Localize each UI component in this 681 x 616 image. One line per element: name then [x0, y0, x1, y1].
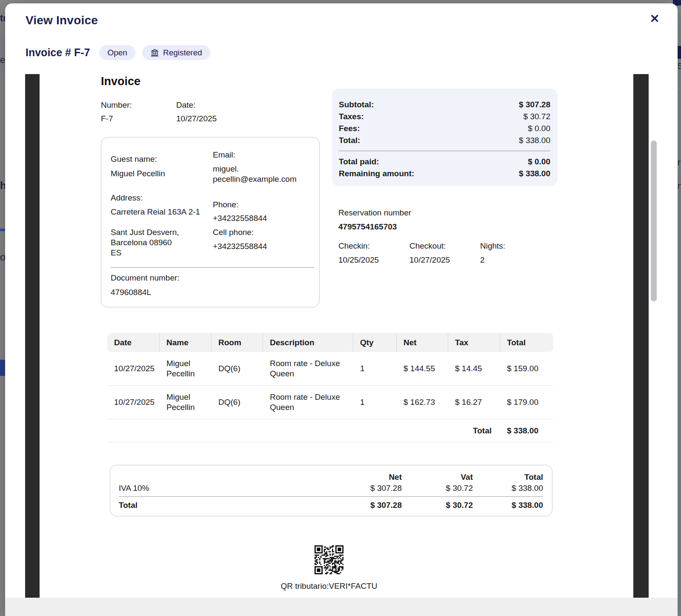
- email-value-line1: miguel.: [213, 164, 239, 174]
- cell-description: Room rate - Deluxe Queen: [263, 352, 353, 386]
- registered-badge-label: Registered: [163, 48, 202, 57]
- vat-total-total: $ 338.00: [473, 500, 543, 511]
- number-label: Number:: [101, 100, 132, 110]
- vat-total-header: Total: [473, 472, 543, 483]
- vat-rate-total: $ 338.00: [473, 483, 543, 494]
- invoice-page: Invoice Number: F-7 Date: 10/27/2025 Gue…: [40, 74, 633, 598]
- backdrop-blue-block: [0, 360, 5, 376]
- registered-badge: Registered: [142, 45, 210, 60]
- table-total-row: Total $ 338.00: [107, 419, 553, 442]
- remaining-row: Remaining amount: $ 338.00: [339, 168, 550, 180]
- vat-divider: [119, 496, 543, 497]
- date-label: Date:: [176, 100, 195, 110]
- table-total-value: $ 338.00: [500, 419, 553, 442]
- view-invoice-modal: View Invoice ✕ Invoice # F-7 Open Regist…: [5, 3, 678, 616]
- cell-description: Room rate - Deluxe Queen: [263, 386, 353, 419]
- number-value: F-7: [101, 114, 113, 123]
- col-header-name: Name: [160, 333, 212, 352]
- cell-date: 10/27/2025: [107, 352, 160, 386]
- backdrop-text-fragment: e: [0, 54, 5, 66]
- vat-rate-vat: $ 30.72: [402, 483, 473, 494]
- backdrop-text-fragment: n: [678, 181, 681, 191]
- nights-value: 2: [480, 255, 485, 265]
- remaining-label: Remaining amount:: [339, 168, 414, 180]
- col-header-tax: Tax: [448, 333, 500, 352]
- vat-total-vat: $ 30.72: [402, 500, 473, 511]
- backdrop-text-fragment: tr: [0, 13, 5, 24]
- col-header-room: Room: [212, 333, 263, 352]
- document-viewer: Invoice Number: F-7 Date: 10/27/2025 Gue…: [25, 74, 649, 598]
- modal-scrollbar-thumb[interactable]: [651, 140, 657, 301]
- invoice-number-heading: Invoice # F-7: [26, 46, 90, 59]
- total-label: Total:: [339, 135, 360, 146]
- cell-room: DQ(6): [212, 352, 263, 386]
- phone-label: Phone:: [213, 200, 238, 209]
- doc-title: Invoice: [101, 75, 140, 88]
- total-paid-value: $ 0.00: [528, 156, 550, 168]
- cell-total: $ 159.00: [500, 352, 553, 386]
- backdrop-blue-line: [0, 229, 5, 231]
- table-row: 10/27/2025 Miguel Pecellin DQ(6) Room ra…: [107, 386, 553, 419]
- checkout-value: 10/27/2025: [409, 255, 450, 265]
- totals-summary-box: Subtotal: $ 307.28 Taxes: $ 30.72 Fees: …: [332, 89, 558, 186]
- cell-qty: 1: [353, 386, 397, 419]
- cell-net: $ 162.73: [397, 386, 448, 419]
- vat-header-row: Net Vat Total: [119, 472, 543, 483]
- vat-rate-row: IVA 10% $ 307.28 $ 30.72 $ 338.00: [119, 483, 543, 494]
- reservation-number-label: Reservation number: [338, 208, 411, 218]
- fees-value: $ 0.00: [528, 123, 550, 135]
- cell-name: Miguel Pecellin: [160, 386, 212, 419]
- document-number-label: Document number:: [111, 273, 180, 283]
- totals-divider: [339, 151, 550, 151]
- qr-caption: QR tributario:VERI*FACTU: [269, 582, 389, 591]
- date-value: 10/27/2025: [176, 114, 217, 123]
- taxes-row: Taxes: $ 30.72: [339, 111, 550, 123]
- nights-label: Nights:: [480, 241, 505, 251]
- total-row: Total: $ 338.00: [339, 135, 550, 146]
- vat-total-row: Total $ 307.28 $ 30.72 $ 338.00: [119, 500, 543, 511]
- address-line3: Barcelona 08960: [111, 238, 172, 247]
- col-header-net: Net: [397, 333, 448, 352]
- guest-name-value: Miguel Pecellin: [111, 169, 165, 178]
- checkin-label: Checkin:: [338, 241, 370, 251]
- taxes-label: Taxes:: [339, 111, 364, 123]
- cell-total: $ 179.00: [500, 386, 553, 419]
- backdrop-left-strip: tr e h o: [0, 0, 5, 616]
- col-header-description: Description: [263, 333, 353, 352]
- status-badge-open: Open: [99, 45, 135, 60]
- checkout-label: Checkout:: [409, 241, 446, 251]
- close-icon[interactable]: ✕: [647, 11, 662, 26]
- vat-summary-box: Net Vat Total IVA 10% $ 307.28 $ 30.72 $…: [110, 465, 552, 516]
- table-header-row: Date Name Room Description Qty Net Tax T…: [107, 333, 553, 352]
- reservation-number-value: 4795754165703: [338, 222, 397, 232]
- cell-phone-value: +34232558844: [213, 242, 267, 251]
- cell-tax: $ 16.27: [448, 386, 500, 419]
- cell-room: DQ(6): [212, 386, 263, 419]
- subtotal-row: Subtotal: $ 307.28: [339, 99, 550, 111]
- total-paid-row: Total paid: $ 0.00: [339, 156, 550, 168]
- qr-code: [315, 545, 343, 574]
- backdrop-text-fragment: h: [0, 180, 5, 192]
- vat-total-net: $ 307.28: [329, 500, 402, 511]
- cell-phone-label: Cell phone:: [213, 228, 254, 237]
- vat-net-header: Net: [329, 472, 402, 483]
- total-paid-label: Total paid:: [339, 156, 379, 168]
- address-line1: Carretera Reial 163A 2-1: [111, 207, 200, 217]
- backdrop-text-fragment: o: [0, 251, 5, 263]
- vat-vat-header: Vat: [402, 472, 473, 483]
- col-header-qty: Qty: [353, 333, 397, 352]
- modal-title: View Invoice: [26, 14, 98, 27]
- fees-row: Fees: $ 0.00: [339, 123, 550, 135]
- vat-total-label: Total: [119, 500, 329, 511]
- taxes-value: $ 30.72: [524, 111, 550, 123]
- remaining-value: $ 338.00: [519, 168, 550, 180]
- backdrop-text-fragment: r: [678, 158, 681, 167]
- modal-footer-strip: [5, 598, 678, 616]
- status-badge-label: Open: [107, 48, 127, 57]
- subtotal-value: $ 307.28: [519, 99, 550, 111]
- checkin-value: 10/25/2025: [338, 255, 379, 265]
- line-items-table: Date Name Room Description Qty Net Tax T…: [107, 333, 553, 442]
- fees-label: Fees:: [339, 123, 360, 135]
- guest-box-divider: [111, 267, 314, 268]
- cell-qty: 1: [353, 352, 397, 386]
